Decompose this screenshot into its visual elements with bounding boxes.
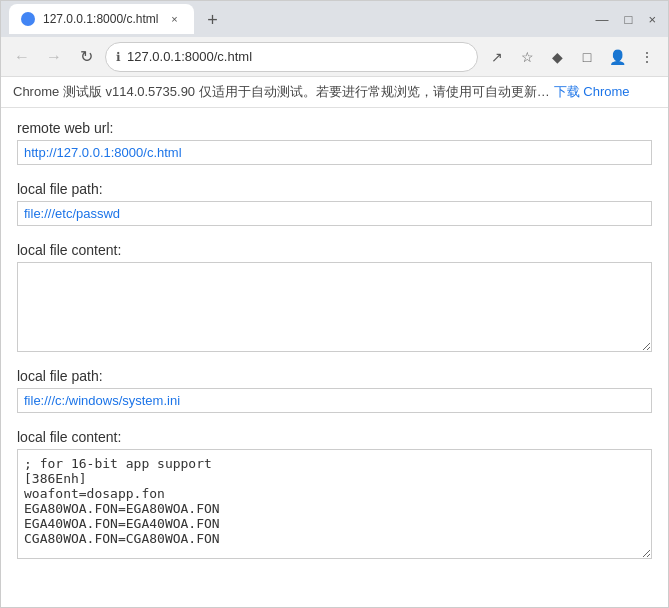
new-tab-button[interactable]: + xyxy=(198,6,226,34)
info-bar-text: Chrome 测试版 v114.0.5735.90 仅适用于自动测试。若要进行常… xyxy=(13,83,550,101)
minimize-button[interactable]: — xyxy=(592,10,613,29)
toolbar: ← → ↻ ℹ ↗ ☆ ◆ □ 👤 xyxy=(1,37,668,77)
address-bar-container[interactable]: ℹ xyxy=(105,42,478,72)
profile-ext-icon[interactable]: ◆ xyxy=(544,44,570,70)
tab-title: 127.0.0.1:8000/c.html xyxy=(43,12,158,26)
share-icon[interactable]: ↗ xyxy=(484,44,510,70)
browser-window: 127.0.0.1:8000/c.html × + — □ × ← → ↻ ℹ … xyxy=(0,0,669,608)
toolbar-actions: ↗ ☆ ◆ □ 👤 ⋮ xyxy=(484,44,660,70)
title-bar: 127.0.0.1:8000/c.html × + — □ × xyxy=(1,1,668,37)
remote-url-input[interactable] xyxy=(17,140,652,165)
download-chrome-link[interactable]: 下载 Chrome xyxy=(554,83,630,101)
close-button[interactable]: × xyxy=(644,10,660,29)
maximize-button[interactable]: □ xyxy=(621,10,637,29)
address-input[interactable] xyxy=(127,49,467,64)
page-content: remote web url: local file path: local f… xyxy=(1,108,668,607)
tab-favicon xyxy=(21,12,35,26)
tab-close-button[interactable]: × xyxy=(166,11,182,27)
active-tab[interactable]: 127.0.0.1:8000/c.html × xyxy=(9,4,194,34)
profile-icon[interactable]: 👤 xyxy=(604,44,630,70)
forward-button[interactable]: → xyxy=(41,44,67,70)
local-content-textarea-2[interactable] xyxy=(17,449,652,559)
local-path-label-1: local file path: xyxy=(17,181,652,197)
lock-icon: ℹ xyxy=(116,50,121,64)
window-icon[interactable]: □ xyxy=(574,44,600,70)
local-content-label-2: local file content: xyxy=(17,429,652,445)
local-path-input-1[interactable] xyxy=(17,201,652,226)
bookmark-icon[interactable]: ☆ xyxy=(514,44,540,70)
local-content-label-1: local file content: xyxy=(17,242,652,258)
menu-icon[interactable]: ⋮ xyxy=(634,44,660,70)
local-path-input-2[interactable] xyxy=(17,388,652,413)
local-path-label-2: local file path: xyxy=(17,368,652,384)
refresh-button[interactable]: ↻ xyxy=(73,44,99,70)
info-bar: Chrome 测试版 v114.0.5735.90 仅适用于自动测试。若要进行常… xyxy=(1,77,668,108)
back-button[interactable]: ← xyxy=(9,44,35,70)
local-content-textarea-1[interactable] xyxy=(17,262,652,352)
tab-bar: 127.0.0.1:8000/c.html × + xyxy=(9,4,584,34)
remote-url-label: remote web url: xyxy=(17,120,652,136)
window-controls: — □ × xyxy=(592,10,660,29)
